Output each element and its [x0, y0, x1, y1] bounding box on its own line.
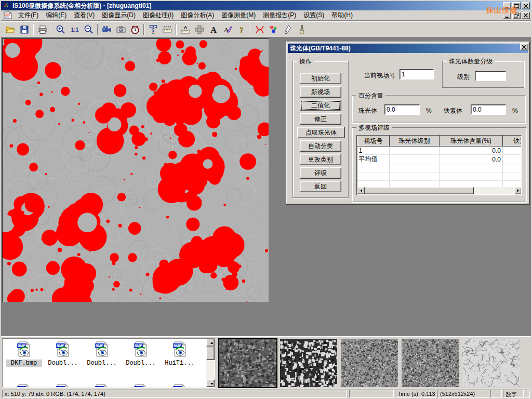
operation-group: 操作 初始化 新视场 二值化 修正 点取珠光体 自动分类 更改类别 评级 返回 — [292, 61, 349, 198]
bmp-file-icon: BMP — [55, 383, 71, 388]
menu-item-display[interactable]: 图像显示(D) — [98, 10, 139, 21]
open-icon[interactable] — [3, 23, 17, 36]
ruler-icon[interactable] — [160, 23, 174, 36]
zoom-in-icon[interactable] — [54, 23, 68, 36]
menu-item-analyze[interactable]: 图像分析(A) — [177, 10, 218, 21]
measure-text-icon[interactable]: A — [178, 23, 192, 36]
col-header-ferrite[interactable]: 铁素体含量(%) — [503, 136, 522, 147]
curve-icon[interactable] — [252, 23, 267, 36]
scroll-right-icon[interactable] — [514, 187, 522, 194]
file-name[interactable]: DKF.bmp — [6, 360, 42, 367]
menu-item-report[interactable]: 测量报告(P) — [259, 10, 300, 21]
scrollbar-thumb[interactable] — [365, 187, 474, 194]
scrollbar-thumb[interactable] — [206, 347, 215, 360]
ferrite-percent-input[interactable] — [471, 104, 506, 115]
col-header-field[interactable]: 视场号 — [357, 136, 390, 147]
menu-item-help[interactable]: 帮助(H) — [328, 10, 356, 21]
file-item[interactable]: BMP — [6, 383, 42, 388]
table-horizontal-scrollbar[interactable] — [357, 187, 522, 194]
current-field-input[interactable] — [400, 69, 434, 79]
video-camera-icon[interactable] — [100, 23, 114, 36]
particles-icon[interactable] — [267, 23, 281, 36]
dialog-title-bar[interactable]: 珠光体(GB/T9441-88) — [288, 44, 528, 53]
timer-icon[interactable] — [128, 23, 142, 36]
maximize-button[interactable] — [512, 2, 521, 9]
change-category-button[interactable]: 更改类别 — [300, 154, 341, 165]
new-field-button[interactable]: 新视场 — [300, 86, 341, 98]
file-item[interactable]: BMP — [45, 383, 81, 388]
file-name[interactable]: Doubl... — [84, 360, 120, 367]
print-icon[interactable] — [35, 23, 49, 36]
bmp-file-icon: BMP — [94, 383, 110, 388]
menu-item-settings[interactable]: 设置(S) — [300, 10, 328, 21]
file-item[interactable]: BMP — [123, 383, 159, 388]
thumbnail-5[interactable] — [462, 339, 520, 387]
correct-button[interactable]: 修正 — [300, 113, 341, 125]
rate-button[interactable]: 评级 — [300, 167, 341, 179]
file-item[interactable]: BMP Doubl... — [45, 341, 81, 367]
text-icon[interactable]: A — [206, 23, 220, 36]
menu-item-view[interactable]: 查看(V) — [70, 10, 98, 21]
file-item[interactable]: BMP — [84, 383, 120, 388]
camera-icon[interactable] — [114, 23, 128, 36]
auto-classify-button[interactable]: 自动分类 — [300, 140, 341, 152]
pearlite-label: 珠光体 — [358, 107, 377, 115]
save-icon[interactable] — [17, 23, 31, 36]
table-row[interactable]: 1 0.0 — [357, 147, 522, 155]
annotate-icon[interactable]: A — [220, 23, 234, 36]
toolbar-separator — [143, 24, 144, 35]
zoom-out-icon[interactable] — [82, 23, 96, 36]
file-browser[interactable]: BMP DKF.bmp BMP Doubl... BMP Doubl... BM… — [2, 338, 215, 388]
menu-item-file[interactable]: 文件(F) — [15, 10, 42, 21]
return-button[interactable]: 返回 — [300, 181, 341, 192]
file-item[interactable]: BMP DKF.bmp — [6, 341, 42, 367]
thumbnail-2[interactable] — [280, 339, 337, 387]
level-input[interactable] — [475, 71, 506, 81]
mdi-close-button[interactable] — [522, 12, 530, 19]
multi-field-group-label: 多视场评级 — [356, 124, 392, 132]
pen-icon[interactable] — [281, 23, 295, 36]
actual-size-icon[interactable]: 1:1 — [68, 23, 82, 36]
menu-item-process[interactable]: 图像处理(I) — [139, 10, 177, 21]
minimize-button[interactable] — [503, 2, 511, 9]
binarize-button[interactable]: 二值化 — [300, 100, 341, 111]
pick-pearlite-button[interactable]: 点取珠光体 — [297, 127, 345, 138]
ferrite-label: 铁素体 — [444, 107, 462, 115]
bottom-panel: BMP DKF.bmp BMP Doubl... BMP Doubl... BM… — [1, 336, 531, 389]
file-name[interactable]: HuiTi... — [162, 360, 198, 367]
col-header-grade[interactable]: 珠光体级别 — [390, 136, 440, 147]
thumbnail-1[interactable] — [219, 339, 276, 387]
pearlite-percent-input[interactable] — [384, 104, 420, 115]
scroll-up-icon[interactable] — [206, 339, 215, 347]
workspace: 珠光体(GB/T9441-88) 操作 初始化 新视场 二值化 修正 点取珠光体… — [1, 38, 531, 336]
help-icon[interactable]: ? — [234, 23, 248, 36]
file-item[interactable]: BMP — [162, 383, 198, 388]
cell-pearlite: 0.0 — [440, 155, 503, 164]
thumbnail-3[interactable] — [341, 339, 398, 387]
close-button[interactable] — [522, 2, 530, 9]
rating-table[interactable]: 视场号 珠光体级别 珠光体含量(%) 铁素体含量(%) 1 0.0 — [356, 135, 522, 195]
file-name[interactable]: Doubl... — [45, 360, 81, 367]
file-item[interactable]: BMP HuiTi... — [162, 341, 198, 367]
mdi-minimize-button[interactable] — [503, 12, 511, 19]
file-item[interactable]: BMP Doubl... — [123, 341, 159, 367]
grid-icon[interactable] — [192, 23, 206, 36]
menu-item-edit[interactable]: 编辑(E) — [42, 10, 70, 21]
caliper-icon[interactable] — [146, 23, 160, 36]
scroll-left-icon[interactable] — [357, 187, 365, 194]
cell-field: 平均值 — [357, 155, 390, 164]
dialog-close-button[interactable] — [520, 43, 528, 50]
table-row[interactable]: 平均值 0.0 — [357, 155, 522, 164]
thumbnail-4[interactable] — [402, 339, 459, 387]
file-list-scrollbar[interactable] — [206, 339, 215, 387]
file-item[interactable]: BMP Doubl... — [84, 341, 120, 367]
col-header-pearlite[interactable]: 珠光体含量(%) — [440, 136, 503, 147]
brush-icon[interactable] — [295, 23, 309, 36]
mdi-restore-button[interactable] — [512, 12, 521, 19]
scroll-down-icon[interactable] — [206, 379, 215, 387]
micrograph-image[interactable] — [2, 38, 269, 302]
menu-item-measure[interactable]: 图像测量(M) — [218, 10, 259, 21]
file-name[interactable]: Doubl... — [123, 360, 159, 367]
status-image-size: (512x512x24) — [437, 390, 489, 398]
initialize-button[interactable]: 初始化 — [300, 73, 341, 84]
